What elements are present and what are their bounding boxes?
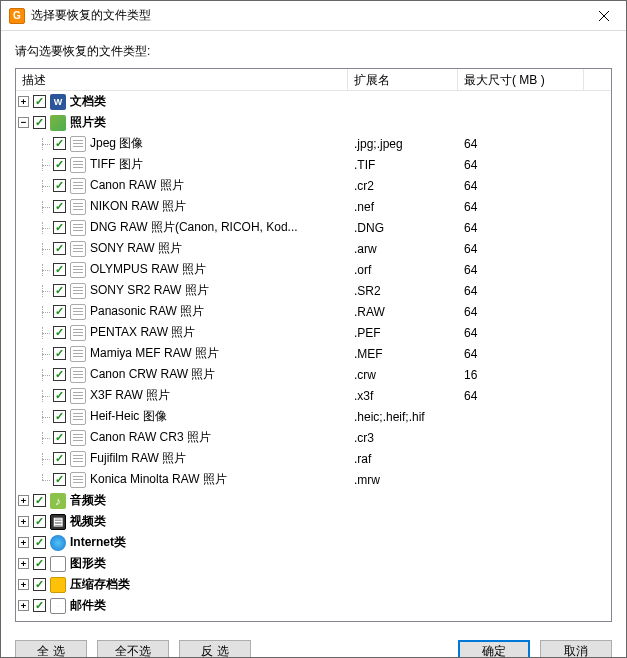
extension-cell: .x3f [348,389,458,403]
size-cell: 64 [458,389,584,403]
checkbox[interactable] [33,599,46,612]
category-row-internet[interactable]: +Internet类 [16,532,611,553]
expander-icon[interactable]: + [18,96,29,107]
file-type-label: Konica Minolta RAW 照片 [90,471,227,488]
expander-icon[interactable]: + [18,558,29,569]
file-type-label: Mamiya MEF RAW 照片 [90,345,219,362]
column-header-ext[interactable]: 扩展名 [348,69,458,90]
file-type-row[interactable]: Panasonic RAW 照片.RAW64 [16,301,611,322]
category-row-audio[interactable]: +♪音频类 [16,490,611,511]
checkbox[interactable] [53,473,66,486]
checkbox[interactable] [53,200,66,213]
category-label: 照片类 [70,114,106,131]
size-cell: 64 [458,200,584,214]
checkbox[interactable] [53,410,66,423]
expander-icon[interactable]: + [18,537,29,548]
size-cell: 64 [458,326,584,340]
grid-body[interactable]: +W文档类−照片类Jpeg 图像.jpg;.jpeg64TIFF 图片.TIF6… [16,91,611,622]
expander-icon[interactable]: + [18,516,29,527]
category-row-docs[interactable]: +W文档类 [16,91,611,112]
checkbox[interactable] [53,452,66,465]
ok-button[interactable]: 确定 [458,640,530,658]
size-cell: 64 [458,263,584,277]
expander-icon[interactable]: + [18,600,29,611]
file-type-row[interactable]: Jpeg 图像.jpg;.jpeg64 [16,133,611,154]
category-row-photos[interactable]: −照片类 [16,112,611,133]
invert-selection-button[interactable]: 反 选 [179,640,251,658]
checkbox[interactable] [53,305,66,318]
checkbox[interactable] [53,347,66,360]
checkbox[interactable] [53,431,66,444]
file-type-row[interactable]: Mamiya MEF RAW 照片.MEF64 [16,343,611,364]
category-label: 邮件类 [70,597,106,614]
category-row-mail[interactable]: +邮件类 [16,595,611,616]
archive-icon [50,577,66,593]
file-type-row[interactable]: DNG RAW 照片(Canon, RICOH, Kod....DNG64 [16,217,611,238]
grid-header: 描述 扩展名 最大尺寸( MB ) [16,69,611,91]
checkbox[interactable] [53,137,66,150]
category-label: 视频类 [70,513,106,530]
file-type-row[interactable]: Canon RAW CR3 照片.cr3 [16,427,611,448]
category-row-video[interactable]: +▤视频类 [16,511,611,532]
expander-icon[interactable]: + [18,495,29,506]
extension-cell: .nef [348,200,458,214]
checkbox[interactable] [53,179,66,192]
expander-icon[interactable]: − [18,117,29,128]
category-row-archive[interactable]: +压缩存档类 [16,574,611,595]
file-type-row[interactable]: Canon CRW RAW 照片.crw16 [16,364,611,385]
category-label: 压缩存档类 [70,576,130,593]
checkbox[interactable] [33,95,46,108]
checkbox[interactable] [33,515,46,528]
file-type-row[interactable]: Heif-Heic 图像.heic;.heif;.hif [16,406,611,427]
checkbox[interactable] [33,578,46,591]
file-icon [70,241,86,257]
close-button[interactable] [581,1,626,31]
titlebar: G 选择要恢复的文件类型 [1,1,626,31]
select-none-button[interactable]: 全不选 [97,640,169,658]
checkbox[interactable] [33,536,46,549]
app-icon: G [9,8,25,24]
file-type-row[interactable]: X3F RAW 照片.x3f64 [16,385,611,406]
net-icon [50,535,66,551]
category-row-shapes[interactable]: +图形类 [16,553,611,574]
category-label: 音频类 [70,492,106,509]
checkbox[interactable] [33,494,46,507]
file-type-row[interactable]: Konica Minolta RAW 照片.mrw [16,469,611,490]
checkbox[interactable] [53,326,66,339]
file-type-row[interactable]: PENTAX RAW 照片.PEF64 [16,322,611,343]
checkbox[interactable] [53,284,66,297]
file-type-label: NIKON RAW 照片 [90,198,186,215]
extension-cell: .DNG [348,221,458,235]
file-type-row[interactable]: SONY RAW 照片.arw64 [16,238,611,259]
file-icon [70,451,86,467]
file-type-row[interactable]: Canon RAW 照片.cr264 [16,175,611,196]
checkbox[interactable] [53,263,66,276]
file-type-label: OLYMPUS RAW 照片 [90,261,206,278]
file-type-row[interactable]: TIFF 图片.TIF64 [16,154,611,175]
file-type-row[interactable]: SONY SR2 RAW 照片.SR264 [16,280,611,301]
video-icon: ▤ [50,514,66,530]
expander-icon[interactable]: + [18,579,29,590]
select-all-button[interactable]: 全 选 [15,640,87,658]
checkbox[interactable] [33,116,46,129]
file-type-row[interactable]: OLYMPUS RAW 照片.orf64 [16,259,611,280]
size-cell: 16 [458,368,584,382]
checkbox[interactable] [53,221,66,234]
checkbox[interactable] [53,389,66,402]
column-header-size[interactable]: 最大尺寸( MB ) [458,69,584,90]
checkbox[interactable] [53,242,66,255]
close-icon [599,11,609,21]
extension-cell: .SR2 [348,284,458,298]
shape-icon [50,556,66,572]
checkbox[interactable] [53,158,66,171]
cancel-button[interactable]: 取消 [540,640,612,658]
file-type-row[interactable]: NIKON RAW 照片.nef64 [16,196,611,217]
file-type-label: SONY SR2 RAW 照片 [90,282,209,299]
checkbox[interactable] [33,557,46,570]
extension-cell: .mrw [348,473,458,487]
file-type-row[interactable]: Fujifilm RAW 照片.raf [16,448,611,469]
file-icon [70,220,86,236]
checkbox[interactable] [53,368,66,381]
audio-icon: ♪ [50,493,66,509]
column-header-desc[interactable]: 描述 [16,69,348,90]
